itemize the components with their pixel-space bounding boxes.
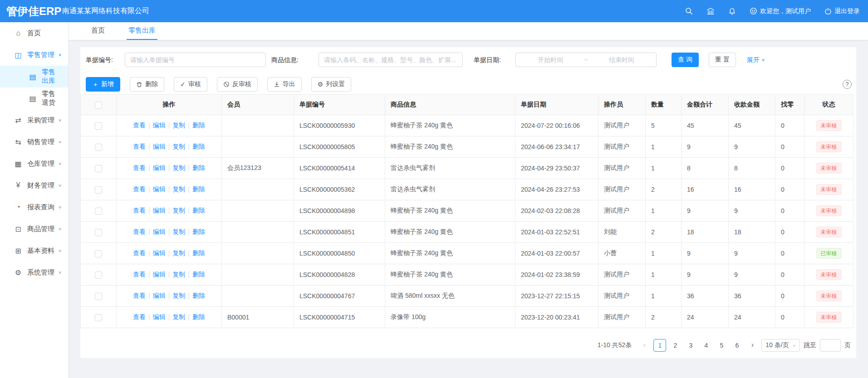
sidebar-item-label: 零售退货	[42, 90, 62, 107]
delete-link[interactable]: 删除	[192, 313, 205, 320]
copy-link[interactable]: 复制	[172, 164, 185, 171]
bank-icon[interactable]	[706, 7, 715, 15]
sidebar-item-warehouse[interactable]: ▦仓库管理∨	[0, 153, 68, 174]
page-button-6[interactable]: 6	[731, 339, 743, 352]
audit-button[interactable]: ✓ 审核	[174, 77, 207, 92]
user-welcome[interactable]: 欢迎您，测试用户	[750, 7, 811, 15]
page-size-select[interactable]: 10 条/页 ∨	[761, 339, 800, 352]
sidebar-item-purchase[interactable]: ⇄采购管理∨	[0, 109, 68, 131]
page-button-4[interactable]: 4	[700, 339, 712, 352]
copy-link[interactable]: 复制	[172, 207, 185, 214]
tab-retail-outbound[interactable]: 零售出库	[127, 22, 157, 40]
tab-home[interactable]: 首页	[89, 22, 107, 40]
date-end-input[interactable]	[590, 56, 653, 63]
unaudit-button[interactable]: 反审核	[217, 77, 258, 92]
page-button-1[interactable]: 1	[653, 339, 666, 352]
row-checkbox[interactable]	[95, 144, 102, 151]
copy-link[interactable]: 复制	[172, 249, 185, 257]
view-link[interactable]: 查看	[133, 143, 146, 150]
column-settings-button[interactable]: ⚙ 列设置	[311, 77, 352, 92]
page-button-2[interactable]: 2	[669, 339, 682, 352]
search-button[interactable]: 查 询	[672, 53, 699, 67]
row-checkbox[interactable]	[95, 229, 102, 236]
view-link[interactable]: 查看	[133, 207, 146, 214]
sidebar-item-reports[interactable]: ◔报表查询∨	[0, 196, 68, 218]
view-link[interactable]: 查看	[133, 271, 146, 278]
sidebar-item-base-data[interactable]: ⊞基本资料∨	[0, 240, 68, 262]
sidebar-item-retail-outbound[interactable]: ▤零售出库	[0, 66, 68, 87]
sidebar-item-sales[interactable]: ⇆销售管理∨	[0, 131, 68, 153]
view-link[interactable]: 查看	[133, 249, 146, 257]
cell-goods-info: 蜂蜜柚子茶 240g 黄色	[385, 222, 515, 243]
row-checkbox[interactable]	[95, 271, 102, 279]
row-checkbox[interactable]	[95, 250, 102, 257]
copy-link[interactable]: 复制	[172, 271, 185, 278]
row-checkbox[interactable]	[95, 122, 102, 130]
delete-link[interactable]: 删除	[192, 164, 205, 171]
expand-link[interactable]: 展开 ∨	[747, 53, 765, 67]
copy-link[interactable]: 复制	[172, 313, 185, 320]
select-all-checkbox[interactable]	[95, 102, 102, 109]
page-button-5[interactable]: 5	[715, 339, 728, 352]
view-link[interactable]: 查看	[133, 228, 146, 235]
delete-link[interactable]: 删除	[192, 207, 205, 214]
view-link[interactable]: 查看	[133, 292, 146, 299]
delete-button[interactable]: 删除	[130, 77, 164, 92]
row-checkbox[interactable]	[95, 208, 102, 215]
edit-link[interactable]: 编辑	[153, 271, 166, 278]
copy-link[interactable]: 复制	[172, 292, 185, 299]
edit-link[interactable]: 编辑	[153, 228, 166, 235]
row-checkbox[interactable]	[95, 186, 102, 194]
cell-received-amount: 9	[729, 243, 775, 264]
view-link[interactable]: 查看	[133, 121, 146, 129]
edit-link[interactable]: 编辑	[153, 207, 166, 214]
date-start-input[interactable]	[519, 56, 582, 63]
goods-info-input[interactable]	[319, 53, 463, 67]
sidebar-item-goods[interactable]: ⊡商品管理∨	[0, 218, 68, 240]
edit-link[interactable]: 编辑	[153, 164, 166, 171]
jump-page-input[interactable]	[820, 339, 841, 352]
edit-link[interactable]: 编辑	[153, 143, 166, 150]
delete-link[interactable]: 删除	[192, 271, 205, 278]
delete-link[interactable]: 删除	[192, 292, 205, 299]
chevron-right-icon[interactable]: ›	[747, 339, 758, 352]
edit-link[interactable]: 编辑	[153, 185, 166, 193]
bell-icon[interactable]	[728, 7, 736, 15]
copy-link[interactable]: 复制	[172, 185, 185, 193]
delete-link[interactable]: 删除	[192, 121, 205, 129]
copy-link[interactable]: 复制	[172, 121, 185, 129]
edit-link[interactable]: 编辑	[153, 292, 166, 299]
cell-goods-info: 蜂蜜柚子茶 240g 黄色	[385, 115, 515, 136]
row-checkbox[interactable]	[95, 293, 102, 300]
bill-no-input[interactable]	[125, 53, 266, 67]
delete-link[interactable]: 删除	[192, 228, 205, 235]
sidebar-item-retail-return[interactable]: ▤零售退货	[0, 87, 68, 109]
row-checkbox[interactable]	[95, 165, 102, 172]
row-select-cell	[81, 136, 117, 158]
page-button-3[interactable]: 3	[684, 339, 697, 352]
delete-link[interactable]: 删除	[192, 249, 205, 257]
reset-button[interactable]: 重 置	[709, 53, 736, 67]
edit-link[interactable]: 编辑	[153, 313, 166, 320]
sidebar-item-home[interactable]: ⌂首页	[0, 22, 68, 44]
date-range-picker[interactable]: ~	[515, 53, 657, 67]
view-link[interactable]: 查看	[133, 313, 146, 320]
add-button[interactable]: ＋ 新增	[86, 77, 120, 92]
export-button[interactable]: 导出	[267, 77, 302, 92]
delete-link[interactable]: 删除	[192, 185, 205, 193]
sidebar-item-finance[interactable]: ¥财务管理∨	[0, 174, 68, 196]
sidebar-item-system[interactable]: ⚙系统管理∨	[0, 262, 68, 283]
edit-link[interactable]: 编辑	[153, 249, 166, 257]
chevron-left-icon[interactable]: ‹	[639, 339, 650, 352]
sidebar-item-retail-management[interactable]: ◫零售管理∧	[0, 44, 68, 66]
delete-link[interactable]: 删除	[192, 143, 205, 150]
help-icon[interactable]: ?	[843, 80, 852, 89]
copy-link[interactable]: 复制	[172, 143, 185, 150]
view-link[interactable]: 查看	[133, 164, 146, 171]
view-link[interactable]: 查看	[133, 185, 146, 193]
copy-link[interactable]: 复制	[172, 228, 185, 235]
row-checkbox[interactable]	[95, 314, 102, 321]
logout-button[interactable]: 退出登录	[824, 7, 860, 15]
search-icon[interactable]	[685, 7, 693, 15]
edit-link[interactable]: 编辑	[153, 121, 166, 129]
